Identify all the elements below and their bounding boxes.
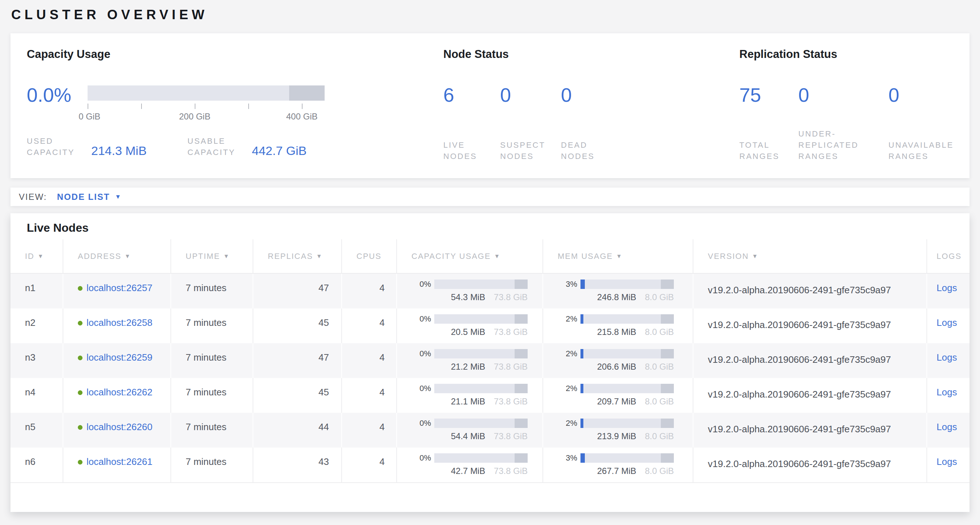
node-status-title: Node Status [443, 48, 718, 61]
column-header[interactable]: ID ▼ [11, 239, 63, 273]
usage-bar [581, 349, 674, 359]
usage-bar [581, 384, 674, 393]
node-live-status-icon [78, 390, 83, 395]
total-ranges-stat: 75 TOTAL RANGES [739, 84, 798, 162]
logs-link[interactable]: Logs [937, 421, 957, 432]
node-address-link[interactable]: localhost:26257 [86, 282, 152, 293]
table-row: n5 localhost:26260 7 minutes 44 4 0% 54.… [11, 413, 969, 447]
stat-value: 0 [888, 84, 974, 106]
usage-total-value: 8.0 GiB [645, 292, 674, 302]
cell-version: v19.2.0-alpha.20190606-2491-gfe735c9a97 [693, 413, 926, 447]
stat-value: 214.3 MiB [91, 144, 146, 158]
cell-cpus: 4 [341, 308, 396, 343]
cell-mem-usage: 2% 209.7 MiB 8.0 GiB [542, 378, 693, 413]
cell-logs: Logs [926, 308, 969, 343]
usage-bar [434, 279, 528, 289]
table-row: n2 localhost:26258 7 minutes 45 4 0% 20.… [11, 308, 969, 343]
stat-label: LIVE NODES [443, 139, 500, 162]
cell-node-id: n6 [11, 447, 63, 482]
table-header-row: ID ▼ ADDRESS ▼ UPTIME ▼ REPLICAS ▼ CPUS … [11, 239, 969, 274]
node-address-link[interactable]: localhost:26260 [86, 421, 152, 432]
table-row: n4 localhost:26262 7 minutes 45 4 0% 21.… [11, 378, 969, 413]
cell-node-id: n5 [11, 413, 63, 447]
usage-bar-reserved-segment [661, 453, 674, 463]
usage-total-value: 73.8 GiB [494, 362, 528, 372]
axis-tick [141, 104, 142, 109]
usage-bar [434, 314, 528, 324]
usage-bar [434, 418, 528, 428]
node-address-link[interactable]: localhost:26261 [86, 456, 152, 467]
column-header[interactable]: MEM USAGE ▼ [542, 239, 693, 273]
cell-replicas: 44 [253, 413, 341, 447]
cell-uptime: 7 minutes [170, 343, 253, 378]
usage-total-value: 73.8 GiB [494, 431, 528, 441]
usage-used-value: 42.7 MiB [451, 466, 485, 476]
cell-uptime: 7 minutes [170, 378, 253, 413]
usage-bar-reserved-segment [661, 418, 674, 428]
node-address-link[interactable]: localhost:26258 [86, 317, 152, 328]
cell-node-address: localhost:26257 [63, 274, 170, 308]
logs-link[interactable]: Logs [937, 282, 957, 293]
sort-desc-icon: ▼ [124, 253, 131, 260]
sort-desc-icon: ▼ [494, 253, 501, 260]
column-header[interactable]: VERSION ▼ [693, 239, 926, 273]
stat-label: DEAD NODES [561, 139, 622, 162]
column-header[interactable]: CAPACITY USAGE ▼ [396, 239, 542, 273]
usage-bar-reserved-segment [515, 418, 528, 428]
axis-tick [88, 104, 88, 109]
cell-logs: Logs [926, 343, 969, 378]
stat-value: 442.7 GiB [252, 144, 307, 158]
usable-capacity-stat: USABLE CAPACITY 442.7 GiB [188, 136, 348, 158]
cell-version: v19.2.0-alpha.20190606-2491-gfe735c9a97 [693, 378, 926, 413]
stat-label: UNAVAILABLE RANGES [888, 139, 974, 162]
cell-node-address: localhost:26261 [63, 447, 170, 482]
column-header-label: VERSION [708, 252, 749, 261]
sort-desc-icon: ▼ [316, 253, 323, 260]
stat-label: USED CAPACITY [27, 136, 91, 158]
usage-bar-fill [581, 349, 583, 359]
column-header[interactable]: REPLICAS ▼ [253, 239, 341, 273]
axis-tick [302, 104, 302, 109]
usage-bar-reserved-segment [515, 349, 528, 359]
usage-bar-fill [581, 418, 583, 428]
stat-value: 6 [443, 84, 500, 106]
cell-replicas: 47 [253, 274, 341, 308]
usage-total-value: 8.0 GiB [645, 327, 674, 337]
column-header-label: CAPACITY USAGE [412, 252, 491, 261]
logs-link[interactable]: Logs [937, 352, 957, 363]
usage-bar-reserved-segment [515, 453, 528, 463]
usage-percent: 2% [557, 384, 577, 393]
capacity-bar-track [88, 85, 325, 101]
column-header[interactable]: UPTIME ▼ [170, 239, 253, 273]
stat-label: USABLE CAPACITY [188, 136, 252, 158]
cell-uptime: 7 minutes [170, 447, 253, 482]
cell-version: v19.2.0-alpha.20190606-2491-gfe735c9a97 [693, 274, 926, 308]
node-live-status-icon [78, 286, 83, 291]
stat-label: UNDER-REPLICATED RANGES [798, 128, 888, 162]
usage-total-value: 73.8 GiB [494, 466, 528, 476]
cell-capacity-usage: 0% 54.4 MiB 73.8 GiB [396, 413, 542, 447]
usage-used-value: 54.4 MiB [451, 431, 485, 441]
view-selector-dropdown[interactable]: NODE LIST ▼ [57, 192, 121, 202]
column-header[interactable]: ADDRESS ▼ [63, 239, 170, 273]
cell-mem-usage: 3% 246.8 MiB 8.0 GiB [542, 274, 693, 308]
node-address-link[interactable]: localhost:26259 [86, 352, 152, 363]
usage-percent: 3% [557, 453, 577, 463]
usage-total-value: 8.0 GiB [645, 362, 674, 372]
logs-link[interactable]: Logs [937, 387, 957, 397]
cell-cpus: 4 [341, 413, 396, 447]
cell-uptime: 7 minutes [170, 413, 253, 447]
table-row: n3 localhost:26259 7 minutes 47 4 0% 21.… [11, 343, 969, 378]
cell-logs: Logs [926, 378, 969, 413]
usage-percent: 3% [557, 279, 577, 289]
logs-link[interactable]: Logs [937, 317, 957, 328]
usage-bar-fill [581, 279, 585, 289]
usage-bar [434, 384, 528, 393]
cell-uptime: 7 minutes [170, 308, 253, 343]
logs-link[interactable]: Logs [937, 456, 957, 467]
node-address-link[interactable]: localhost:26262 [86, 387, 152, 397]
usage-bar-fill [581, 453, 585, 463]
replication-status-title: Replication Status [739, 48, 978, 61]
axis-tick-label: 0 GiB [78, 112, 100, 122]
page-title: CLUSTER OVERVIEW [11, 7, 969, 22]
